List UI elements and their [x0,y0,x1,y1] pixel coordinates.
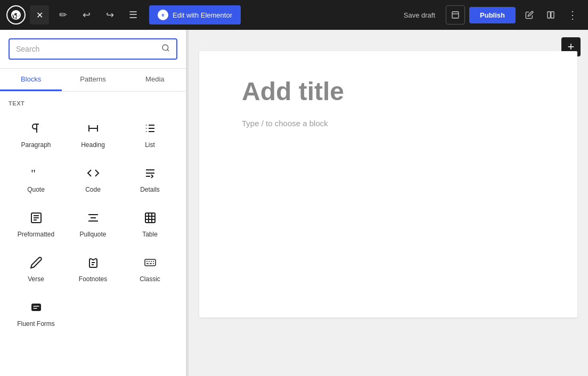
search-input[interactable] [16,45,157,53]
svg-rect-8 [31,304,41,311]
block-editor-toggle-button[interactable] [541,5,560,24]
preformatted-label: Preformatted [18,231,54,238]
details-label: Details [140,186,160,193]
block-pullquote[interactable]: Pullquote [66,202,120,245]
block-list[interactable]: List [123,113,177,156]
publish-button[interactable]: Publish [469,7,516,23]
block-code[interactable]: Code [66,158,120,200]
footnotes-label: Footnotes [79,275,107,283]
edit-with-elementor-label: Edit with Elementor [173,11,232,19]
more-options-button[interactable]: ⋮ [562,5,582,24]
wp-logo[interactable] [6,5,26,24]
block-quote[interactable]: " Quote [9,158,63,200]
preformatted-icon [30,211,43,226]
details-icon [144,167,157,182]
text-section-label: TEXT [9,100,177,107]
svg-point-3 [162,45,168,51]
list-label: List [145,141,155,149]
elementor-icon: e [158,10,168,20]
block-fluent-forms[interactable]: Fluent Forms [9,292,63,334]
svg-rect-2 [551,12,554,18]
edit-with-elementor-button[interactable]: e Edit with Elementor [149,5,241,24]
sidebar-tabs: Blocks Patterns Media [0,69,186,92]
content-area: + Add title Type / to choose a block [189,30,588,376]
tab-patterns[interactable]: Patterns [62,69,124,91]
tab-blocks[interactable]: Blocks [0,69,62,91]
blocks-section: TEXT Paragraph [0,92,186,343]
list-icon [144,122,157,137]
post-editor: Add title Type / to choose a block [199,51,577,317]
preview-button[interactable] [446,5,465,24]
svg-rect-7 [145,259,156,266]
search-icon [161,44,170,54]
top-toolbar: ✕ ✏ ↩ ↪ ☰ e Edit with Elementor Save dra… [0,0,588,30]
svg-rect-6 [145,213,155,223]
redo-button[interactable]: ↪ [100,5,119,24]
main-layout: Blocks Patterns Media TEXT Paragraph [0,30,588,376]
pullquote-icon [87,211,100,226]
svg-rect-0 [452,12,459,18]
block-preformatted[interactable]: Preformatted [9,202,63,245]
quote-icon: " [30,167,43,182]
block-heading[interactable]: Heading [66,113,120,156]
heading-label: Heading [81,141,105,149]
classic-label: Classic [140,275,160,283]
paragraph-label: Paragraph [21,141,51,149]
sidebar: Blocks Patterns Media TEXT Paragraph [0,30,186,376]
block-placeholder[interactable]: Type / to choose a block [242,119,535,128]
verse-label: Verse [28,275,44,283]
classic-icon [144,256,157,271]
block-classic[interactable]: Classic [123,247,177,290]
pullquote-label: Pullquote [79,231,106,238]
post-settings-button[interactable] [520,5,539,24]
fluent-forms-icon [30,301,43,316]
block-details[interactable]: Details [123,158,177,200]
post-title[interactable]: Add title [242,77,535,106]
save-draft-button[interactable]: Save draft [397,7,442,23]
edit-icon-button[interactable]: ✏ [53,5,72,24]
block-verse[interactable]: Verse [9,247,63,290]
verse-icon [30,256,43,271]
toolbar-right-icons: ⋮ [520,5,582,24]
block-paragraph[interactable]: Paragraph [9,113,63,156]
svg-text:": " [31,167,36,179]
tab-media[interactable]: Media [124,69,186,91]
blocks-grid: Paragraph Heading [9,113,177,334]
fluent-forms-label: Fluent Forms [17,320,55,328]
close-button[interactable]: ✕ [30,5,49,24]
table-label: Table [142,231,158,238]
list-view-button[interactable]: ☰ [124,5,143,24]
block-footnotes[interactable]: Footnotes [66,247,120,290]
code-label: Code [85,186,101,193]
search-box [9,38,177,60]
undo-button[interactable]: ↩ [77,5,96,24]
paragraph-icon [30,122,43,137]
footnotes-icon [87,256,100,271]
heading-icon [87,122,100,137]
block-table[interactable]: Table [123,202,177,245]
code-icon [87,167,100,182]
quote-label: Quote [27,186,45,193]
svg-rect-1 [548,12,550,18]
table-icon [144,211,157,226]
search-container [0,30,186,69]
